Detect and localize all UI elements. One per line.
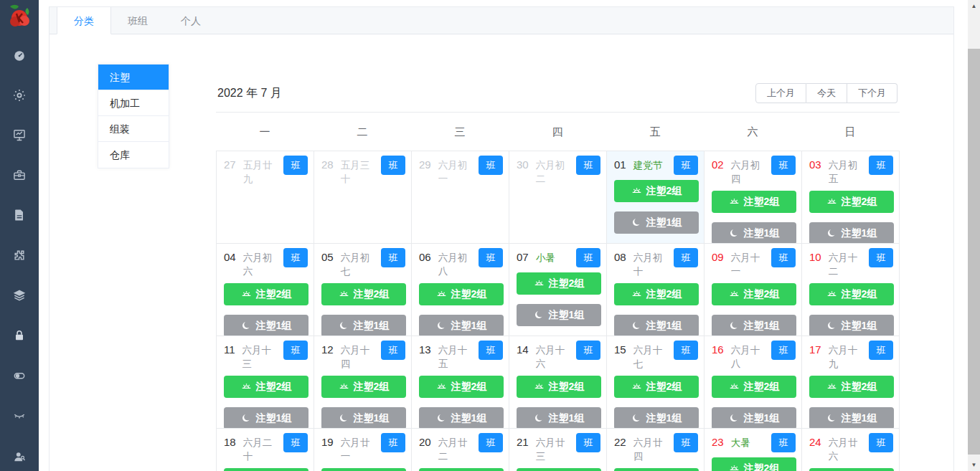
calendar-day-cell[interactable]: 14 六月十六 班 注塑2组 注塑1组 (509, 336, 607, 429)
shift-badge[interactable]: 班 (674, 341, 698, 360)
night-shift-button[interactable]: 注塑1组 (809, 222, 894, 244)
calendar-day-cell[interactable]: 08 六月初十 班 注塑2组 注塑1组 (607, 244, 705, 336)
night-shift-button[interactable]: 注塑1组 (712, 222, 796, 244)
shift-badge[interactable]: 班 (771, 341, 796, 360)
calendar-day-cell[interactable]: 29 六月初一 班 注塑2组 注塑1组 (412, 151, 509, 244)
calendar-day-cell[interactable]: 04 六月初六 班 注塑2组 注塑1组 (217, 244, 314, 336)
calendar-day-cell[interactable]: 06 六月初八 班 注塑2组 注塑1组 (412, 244, 509, 336)
toggle-icon[interactable] (12, 368, 27, 383)
tab-item[interactable]: 班组 (111, 7, 164, 34)
calendar-day-cell[interactable]: 18 六月二十 班 注塑2组 注塑1组 (217, 429, 314, 471)
shift-badge[interactable]: 班 (674, 248, 698, 267)
shift-badge[interactable]: 班 (283, 341, 308, 360)
morning-shift-button[interactable]: 注塑2组 (809, 468, 894, 471)
calendar-day-cell[interactable]: 24 六月廿六 班 注塑2组 注塑1组 (802, 429, 900, 471)
morning-shift-button[interactable]: 注塑2组 (712, 283, 796, 305)
night-shift-button[interactable]: 注塑1组 (224, 407, 308, 429)
calendar-day-cell[interactable]: 05 六月初七 班 注塑2组 注塑1组 (314, 244, 412, 336)
calendar-day-cell[interactable]: 30 六月初二 班 注塑2组 注塑1组 (509, 151, 607, 244)
calendar-day-cell[interactable]: 21 六月廿三 班 注塑2组 注塑1组 (509, 429, 607, 471)
tab-item[interactable]: 个人 (164, 7, 217, 34)
shift-badge[interactable]: 班 (479, 248, 503, 267)
calendar-day-cell[interactable]: 01 建党节 班 注塑2组 注塑1组 (607, 151, 705, 244)
calendar-day-cell[interactable]: 16 六月十八 班 注塑2组 注塑1组 (705, 336, 802, 429)
night-shift-button[interactable]: 注塑1组 (224, 315, 308, 336)
calendar-day-cell[interactable]: 13 六月十五 班 注塑2组 注塑1组 (412, 336, 509, 429)
shift-badge[interactable]: 班 (381, 156, 405, 175)
night-shift-button[interactable]: 注塑1组 (321, 407, 406, 429)
shift-badge[interactable]: 班 (771, 433, 796, 452)
calendar-day-cell[interactable]: 27 五月廿九 班 注塑2组 注塑1组 (217, 151, 314, 244)
puzzle-icon[interactable] (12, 248, 27, 262)
shift-badge[interactable]: 班 (283, 248, 308, 267)
morning-shift-button[interactable]: 注塑2组 (224, 468, 308, 471)
category-item[interactable]: 组装 (98, 116, 169, 142)
shift-badge[interactable]: 班 (869, 433, 893, 452)
calendar-day-cell[interactable]: 17 六月十九 班 注塑2组 注塑1组 (802, 336, 900, 429)
night-shift-button[interactable]: 注塑1组 (321, 315, 406, 336)
morning-shift-button[interactable]: 注塑2组 (321, 468, 406, 471)
vertical-scrollbar[interactable]: ▲ ▼ (968, 0, 980, 471)
tab-item[interactable]: 分类 (57, 7, 111, 34)
lock-icon[interactable] (12, 328, 27, 343)
morning-shift-button[interactable]: 注塑2组 (419, 468, 504, 471)
morning-shift-button[interactable]: 注塑2组 (809, 283, 894, 305)
scroll-up-arrow-icon[interactable]: ▲ (968, 0, 980, 12)
night-shift-button[interactable]: 注塑1组 (517, 407, 601, 429)
calendar-day-cell[interactable]: 10 六月十二 班 注塑2组 注塑1组 (802, 244, 900, 336)
night-shift-button[interactable]: 注塑1组 (809, 407, 894, 429)
shift-badge[interactable]: 班 (674, 433, 698, 452)
calendar-day-cell[interactable]: 07 小暑 班 注塑2组 注塑1组 (509, 244, 607, 336)
night-shift-button[interactable]: 注塑1组 (809, 315, 894, 336)
settings-gear-icon[interactable] (12, 88, 27, 103)
calendar-day-cell[interactable]: 22 六月廿四 班 注塑2组 注塑1组 (607, 429, 705, 471)
scroll-down-arrow-icon[interactable]: ▼ (968, 459, 980, 471)
night-shift-button[interactable]: 注塑1组 (419, 315, 504, 336)
eye-closed-icon[interactable] (12, 409, 27, 423)
today-button[interactable]: 今天 (806, 83, 847, 103)
morning-shift-button[interactable]: 注塑2组 (517, 468, 601, 471)
calendar-day-cell[interactable]: 23 大暑 班 注塑2组 注塑1组 (705, 429, 802, 471)
night-shift-button[interactable]: 注塑1组 (614, 315, 699, 336)
night-shift-button[interactable]: 注塑1组 (712, 315, 796, 336)
shift-badge[interactable]: 班 (283, 156, 308, 175)
category-item[interactable]: 注塑 (98, 65, 169, 90)
morning-shift-button[interactable]: 注塑2组 (614, 180, 699, 202)
night-shift-button[interactable]: 注塑1组 (517, 304, 601, 326)
morning-shift-button[interactable]: 注塑2组 (614, 376, 699, 398)
shift-badge[interactable]: 班 (771, 156, 796, 175)
night-shift-button[interactable]: 注塑1组 (614, 407, 699, 429)
shift-badge[interactable]: 班 (479, 341, 503, 360)
calendar-day-cell[interactable]: 19 六月廿一 班 注塑2组 注塑1组 (314, 429, 412, 471)
morning-shift-button[interactable]: 注塑2组 (614, 468, 699, 471)
calendar-day-cell[interactable]: 15 六月十七 班 注塑2组 注塑1组 (607, 336, 705, 429)
morning-shift-button[interactable]: 注塑2组 (321, 283, 406, 305)
calendar-day-cell[interactable]: 12 六月十四 班 注塑2组 注塑1组 (314, 336, 412, 429)
document-icon[interactable] (12, 208, 27, 222)
morning-shift-button[interactable]: 注塑2组 (419, 283, 504, 305)
shift-badge[interactable]: 班 (869, 156, 893, 175)
shift-badge[interactable]: 班 (576, 156, 600, 175)
prev-month-button[interactable]: 上个月 (755, 83, 806, 103)
morning-shift-button[interactable]: 注塑2组 (321, 376, 406, 398)
monitor-chart-icon[interactable] (12, 128, 27, 142)
morning-shift-button[interactable]: 注塑2组 (517, 272, 601, 295)
scrollbar-thumb[interactable] (968, 49, 980, 455)
shift-badge[interactable]: 班 (576, 433, 600, 452)
calendar-day-cell[interactable]: 11 六月十三 班 注塑2组 注塑1组 (217, 336, 314, 429)
category-item[interactable]: 机加工 (98, 90, 169, 116)
shift-badge[interactable]: 班 (479, 156, 503, 175)
shift-badge[interactable]: 班 (283, 433, 308, 452)
shift-badge[interactable]: 班 (381, 341, 405, 360)
user-search-icon[interactable] (12, 449, 27, 464)
morning-shift-button[interactable]: 注塑2组 (614, 283, 699, 305)
category-item[interactable]: 仓库 (98, 142, 169, 168)
calendar-day-cell[interactable]: 03 六月初五 班 注塑2组 注塑1组 (802, 151, 900, 244)
shift-badge[interactable]: 班 (576, 341, 600, 360)
morning-shift-button[interactable]: 注塑2组 (712, 376, 796, 398)
night-shift-button[interactable]: 注塑1组 (614, 211, 699, 234)
shift-badge[interactable]: 班 (381, 433, 405, 452)
shift-badge[interactable]: 班 (381, 248, 405, 267)
night-shift-button[interactable]: 注塑1组 (419, 407, 504, 429)
shift-badge[interactable]: 班 (869, 341, 893, 360)
